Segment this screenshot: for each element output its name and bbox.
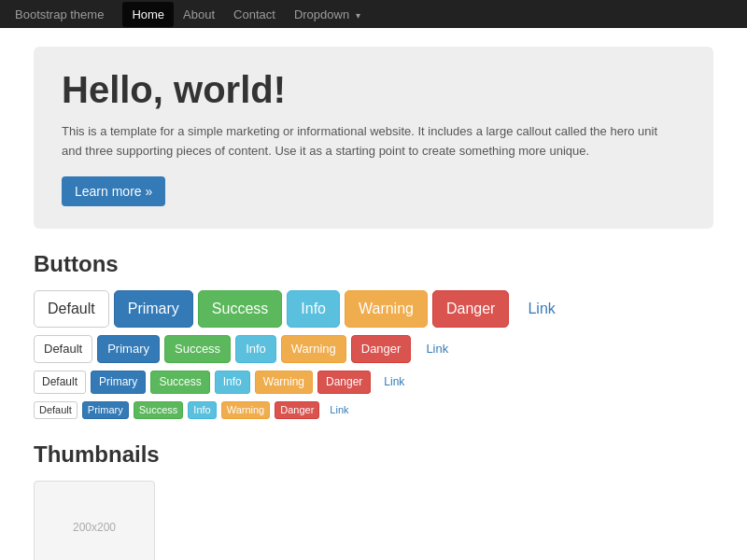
btn-danger-lg[interactable]: Danger (432, 290, 509, 328)
chevron-down-icon: ▾ (356, 10, 360, 21)
btn-danger-xs[interactable]: Danger (275, 401, 319, 419)
btn-primary-sm[interactable]: Primary (91, 371, 146, 394)
btn-info-md[interactable]: Info (235, 335, 276, 363)
nav-link-contact[interactable]: Contact (224, 2, 285, 27)
nav-link-dropdown[interactable]: Dropdown ▾ (285, 2, 370, 27)
btn-default-sm[interactable]: Default (34, 371, 86, 394)
btn-success-md[interactable]: Success (164, 335, 231, 363)
btn-danger-md[interactable]: Danger (351, 335, 412, 363)
hero-description: This is a template for a simple marketin… (62, 122, 659, 161)
buttons-section: Buttons Default Primary Success Info War… (34, 251, 713, 420)
nav-link-about[interactable]: About (174, 2, 224, 27)
btn-primary-lg[interactable]: Primary (114, 290, 193, 328)
button-row-md: Default Primary Success Info Warning Dan… (34, 335, 713, 363)
buttons-title: Buttons (34, 251, 713, 277)
btn-info-xs[interactable]: Info (188, 401, 216, 419)
learn-more-button[interactable]: Learn more » (62, 176, 165, 206)
nav-item-dropdown[interactable]: Dropdown ▾ (285, 2, 370, 27)
btn-info-sm[interactable]: Info (215, 371, 250, 394)
nav-link-home[interactable]: Home (122, 2, 174, 27)
button-row-sm: Default Primary Success Info Warning Dan… (34, 371, 713, 394)
btn-link-sm[interactable]: Link (375, 371, 413, 394)
btn-default-md[interactable]: Default (34, 335, 92, 363)
button-row-xs: Default Primary Success Info Warning Dan… (34, 401, 713, 419)
btn-primary-md[interactable]: Primary (97, 335, 160, 363)
nav-item-about[interactable]: About (174, 2, 224, 27)
nav-menu: Home About Contact Dropdown ▾ (122, 2, 369, 27)
main-content: Hello, world! This is a template for a s… (19, 28, 728, 560)
btn-warning-xs[interactable]: Warning (221, 401, 271, 419)
thumbnail-label: 200x200 (73, 521, 116, 534)
btn-warning-md[interactable]: Warning (281, 335, 346, 363)
nav-item-contact[interactable]: Contact (224, 2, 285, 27)
btn-link-md[interactable]: Link (416, 335, 458, 363)
hero-heading: Hello, world! (62, 69, 685, 111)
btn-warning-sm[interactable]: Warning (255, 371, 313, 394)
btn-default-lg[interactable]: Default (34, 290, 109, 328)
btn-link-lg[interactable]: Link (514, 290, 569, 328)
thumbnail-item: 200x200 (34, 481, 155, 560)
btn-success-sm[interactable]: Success (150, 371, 209, 394)
btn-info-lg[interactable]: Info (287, 290, 340, 328)
btn-success-xs[interactable]: Success (134, 401, 184, 419)
thumbnails-title: Thumbnails (34, 441, 713, 468)
btn-link-xs[interactable]: Link (324, 401, 354, 419)
navbar-brand[interactable]: Bootstrap theme (15, 7, 104, 21)
navbar: Bootstrap theme Home About Contact Dropd… (0, 0, 747, 28)
btn-success-lg[interactable]: Success (198, 290, 282, 328)
jumbotron: Hello, world! This is a template for a s… (34, 47, 713, 229)
btn-default-xs[interactable]: Default (34, 401, 78, 419)
btn-primary-xs[interactable]: Primary (82, 401, 129, 419)
btn-warning-lg[interactable]: Warning (345, 290, 428, 328)
button-row-lg: Default Primary Success Info Warning Dan… (34, 290, 713, 328)
nav-item-home[interactable]: Home (122, 2, 174, 27)
thumbnails-section: Thumbnails 200x200 (34, 441, 713, 560)
btn-danger-sm[interactable]: Danger (317, 371, 371, 394)
